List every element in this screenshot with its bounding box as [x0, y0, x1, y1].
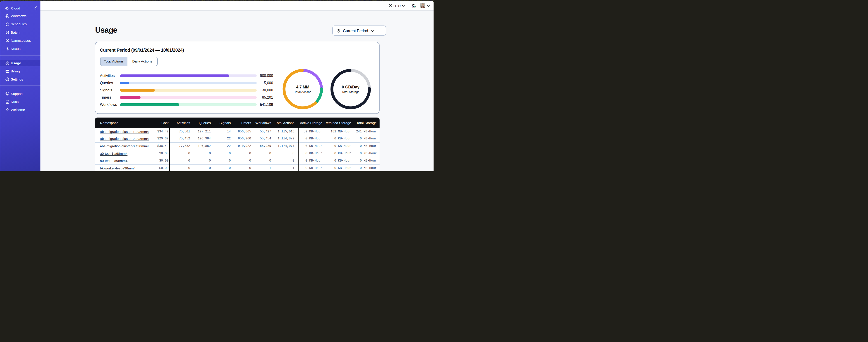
svg-text:Total Storage: Total Storage — [342, 90, 360, 94]
svg-text:0 GB/Day: 0 GB/Day — [342, 85, 360, 90]
svg-text:Total Actions: Total Actions — [294, 90, 311, 94]
svg-text:4.7 MM: 4.7 MM — [296, 85, 309, 90]
